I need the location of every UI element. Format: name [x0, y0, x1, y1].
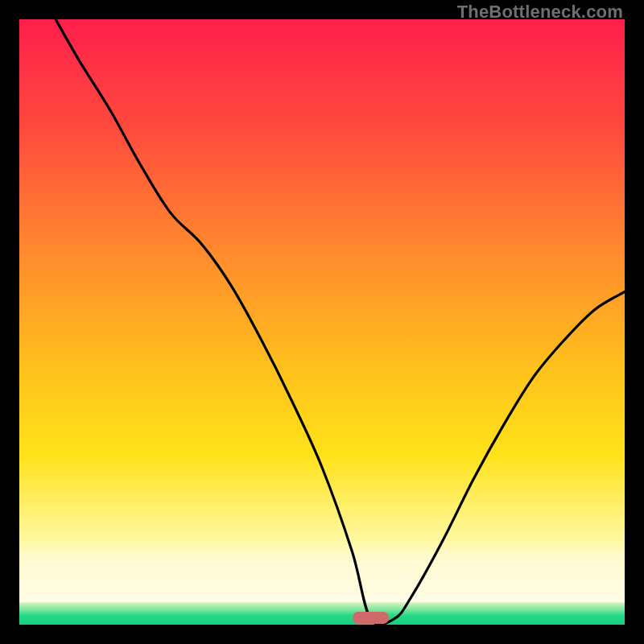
watermark-text: TheBottleneck.com — [457, 2, 623, 23]
chart-frame: TheBottleneck.com — [0, 0, 644, 644]
bottleneck-curve — [19, 19, 625, 625]
sweet-spot-marker — [353, 612, 389, 624]
plot-area — [19, 19, 625, 625]
